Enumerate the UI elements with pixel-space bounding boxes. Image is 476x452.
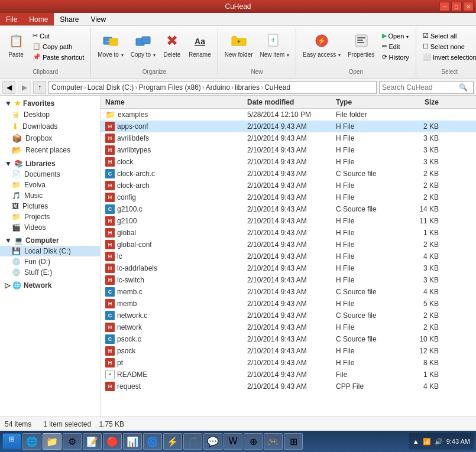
up-button[interactable]: ↑ bbox=[33, 81, 46, 94]
copy-path-button[interactable]: 📋 Copy path bbox=[30, 41, 87, 51]
sidebar-computer-header[interactable]: ▼ 💻 Computer bbox=[0, 235, 100, 246]
path-libraries[interactable]: libraries bbox=[235, 83, 260, 92]
table-row[interactable]: H lc-addrlabels 2/10/2014 9:43 AM H File… bbox=[101, 262, 476, 274]
table-row[interactable]: C psock.c 2/10/2014 9:43 AM C Source fil… bbox=[101, 333, 476, 345]
sidebar-item-stuff-e[interactable]: 💿 Stuff (E:) bbox=[0, 267, 100, 278]
table-row[interactable]: H avrlibtypes 2/10/2014 9:43 AM H File 3… bbox=[101, 144, 476, 156]
invert-selection-label: Invert selection bbox=[433, 54, 476, 61]
sidebar-libraries-header[interactable]: ▼ 📚 Libraries bbox=[0, 158, 100, 169]
paste-button[interactable]: 📋 Paste bbox=[4, 30, 28, 60]
sidebar-item-videos[interactable]: 🎬 Videos bbox=[0, 222, 100, 233]
table-row[interactable]: H request 2/10/2014 9:43 AM CPP File 4 K… bbox=[101, 381, 476, 392]
easy-access-button[interactable]: ⚡ Easy access ▾ bbox=[300, 30, 344, 60]
status-bar: 54 items 1 item selected 1.75 KB bbox=[0, 417, 476, 431]
close-button[interactable]: ✕ bbox=[463, 2, 474, 11]
properties-button[interactable]: Properties bbox=[345, 30, 378, 60]
file-type-cell: H File bbox=[331, 122, 396, 131]
path-computer[interactable]: Computer bbox=[51, 83, 83, 92]
table-row[interactable]: H global 2/10/2014 9:43 AM H File 1 KB bbox=[101, 227, 476, 239]
sidebar-item-dropbox[interactable]: 📦 Dropbox bbox=[0, 132, 100, 144]
forward-button[interactable]: ▶ bbox=[18, 81, 31, 94]
h-file-icon: H bbox=[105, 358, 115, 368]
table-row[interactable]: H pt 2/10/2014 9:43 AM H File 8 KB bbox=[101, 357, 476, 369]
minimize-button[interactable]: ─ bbox=[439, 2, 450, 11]
invert-selection-button[interactable]: ⬜ Invert selection bbox=[420, 52, 476, 62]
header-type[interactable]: Type bbox=[331, 98, 396, 106]
taskbar-item[interactable]: 📊 bbox=[123, 433, 142, 450]
sidebar-item-recent[interactable]: 📂 Recent places bbox=[0, 144, 100, 156]
delete-button[interactable]: ✖ Delete bbox=[160, 30, 184, 60]
table-row[interactable]: ≡ README 2/10/2014 9:43 AM File 1 KB bbox=[101, 369, 476, 381]
taskbar-item[interactable]: ⚙ bbox=[63, 433, 82, 450]
path-arduino[interactable]: Arduino bbox=[206, 83, 230, 92]
taskbar-item[interactable]: ⊕ bbox=[244, 433, 263, 450]
sidebar-item-music[interactable]: 🎵 Music bbox=[0, 190, 100, 201]
table-row[interactable]: H config 2/10/2014 9:43 AM H File 2 KB bbox=[101, 191, 476, 203]
table-row[interactable]: C clock-arch.c 2/10/2014 9:43 AM C Sourc… bbox=[101, 168, 476, 180]
table-row[interactable]: 📁 examples 5/28/2014 12:10 PM File folde… bbox=[101, 109, 476, 121]
edit-button[interactable]: ✏ Edit bbox=[379, 41, 412, 51]
table-row[interactable]: H avrilibdefs 2/10/2014 9:43 AM H File 3… bbox=[101, 132, 476, 144]
menu-view[interactable]: View bbox=[85, 13, 112, 25]
table-row[interactable]: C memb.c 2/10/2014 9:43 AM C Source file… bbox=[101, 286, 476, 298]
back-button[interactable]: ◀ bbox=[2, 81, 15, 94]
taskbar-item[interactable]: 🔴 bbox=[103, 433, 122, 450]
sidebar-network-header[interactable]: ▷ 🌐 Network bbox=[0, 280, 100, 291]
rename-button[interactable]: Aa Rename bbox=[186, 30, 214, 60]
taskbar-item[interactable]: ⚡ bbox=[163, 433, 182, 450]
new-folder-button[interactable]: + New folder bbox=[222, 30, 256, 60]
menu-file[interactable]: File bbox=[0, 13, 23, 25]
select-all-button[interactable]: ☑ Select all bbox=[420, 31, 476, 41]
taskbar-item[interactable]: 🌀 bbox=[143, 433, 162, 450]
table-row[interactable]: H network 2/10/2014 9:43 AM H File 2 KB bbox=[101, 321, 476, 333]
new-group-label: New bbox=[251, 67, 263, 75]
search-input[interactable] bbox=[382, 83, 459, 92]
table-row[interactable]: H clock-arch 2/10/2014 9:43 AM H File 2 … bbox=[101, 180, 476, 191]
path-program-files[interactable]: Program Files (x86) bbox=[138, 83, 200, 92]
taskbar-item[interactable]: 📁 bbox=[43, 433, 61, 450]
menu-share[interactable]: Share bbox=[54, 13, 85, 25]
start-button[interactable]: ⊞ bbox=[2, 433, 21, 450]
table-row[interactable]: H apps-conf 2/10/2014 9:43 AM H File 2 K… bbox=[101, 121, 476, 132]
menu-home[interactable]: Home bbox=[23, 13, 54, 25]
taskbar-item[interactable]: 🎮 bbox=[264, 433, 283, 450]
sidebar-item-local-disk-c[interactable]: 💾 Local Disk (C:) bbox=[0, 246, 100, 256]
path-local-disk[interactable]: Local Disk (C:) bbox=[88, 83, 134, 92]
sidebar-item-evolva[interactable]: 📁 Evolva bbox=[0, 180, 100, 190]
new-item-button[interactable]: + New item ▾ bbox=[257, 30, 292, 60]
header-date[interactable]: Date modified bbox=[242, 98, 331, 106]
taskbar-item[interactable]: W bbox=[224, 433, 242, 450]
taskbar-item[interactable]: 📝 bbox=[83, 433, 102, 450]
paste-shortcut-button[interactable]: 📌 Paste shortcut bbox=[30, 52, 87, 62]
table-row[interactable]: H memb 2/10/2014 9:43 AM H File 5 KB bbox=[101, 298, 476, 310]
header-name[interactable]: Name bbox=[101, 98, 242, 106]
taskbar-item[interactable]: 🌐 bbox=[22, 433, 41, 450]
sidebar-item-desktop[interactable]: 🖥 Desktop bbox=[0, 109, 100, 121]
taskbar-item[interactable]: ⊞ bbox=[284, 433, 303, 450]
taskbar-item[interactable]: 💬 bbox=[203, 433, 222, 450]
open-button[interactable]: ▶ Open ▾ bbox=[379, 31, 412, 41]
table-row[interactable]: H lc 2/10/2014 9:43 AM H File 4 KB bbox=[101, 251, 476, 262]
table-row[interactable]: C network.c 2/10/2014 9:43 AM C Source f… bbox=[101, 310, 476, 321]
table-row[interactable]: H psock 2/10/2014 9:43 AM H File 12 KB bbox=[101, 345, 476, 357]
table-row[interactable]: H g2100 2/10/2014 9:43 AM H File 11 KB bbox=[101, 215, 476, 227]
path-cuhead[interactable]: CuHead bbox=[264, 83, 290, 92]
header-size[interactable]: Size bbox=[396, 98, 443, 106]
copy-to-button[interactable]: Copy to ▾ bbox=[128, 30, 158, 60]
select-none-button[interactable]: ☐ Select none bbox=[420, 41, 476, 51]
sidebar-item-fun-d[interactable]: 💿 Fun (D:) bbox=[0, 256, 100, 267]
table-row[interactable]: C g2100.c 2/10/2014 9:43 AM C Source fil… bbox=[101, 203, 476, 215]
sidebar-item-pictures[interactable]: 🖼 Pictures bbox=[0, 201, 100, 212]
sidebar-item-projects[interactable]: 📁 Projects bbox=[0, 212, 100, 222]
sidebar-item-downloads[interactable]: ⬇ Downloads bbox=[0, 121, 100, 132]
table-row[interactable]: H lc-switch 2/10/2014 9:43 AM H File 3 K… bbox=[101, 274, 476, 286]
sidebar-item-documents[interactable]: 📄 Documents bbox=[0, 169, 100, 180]
table-row[interactable]: H clock 2/10/2014 9:43 AM H File 3 KB bbox=[101, 156, 476, 168]
cut-button[interactable]: ✂ Cut bbox=[30, 31, 87, 41]
table-row[interactable]: H global-conf 2/10/2014 9:43 AM H File 2… bbox=[101, 239, 476, 251]
taskbar-item[interactable]: 🎵 bbox=[183, 433, 202, 450]
move-to-button[interactable]: → Move to ▾ bbox=[95, 30, 126, 60]
maximize-button[interactable]: □ bbox=[451, 2, 462, 11]
history-button[interactable]: ⟳ History bbox=[379, 52, 412, 62]
sidebar-favorites-header[interactable]: ▼ ★ Favorites bbox=[0, 98, 100, 109]
